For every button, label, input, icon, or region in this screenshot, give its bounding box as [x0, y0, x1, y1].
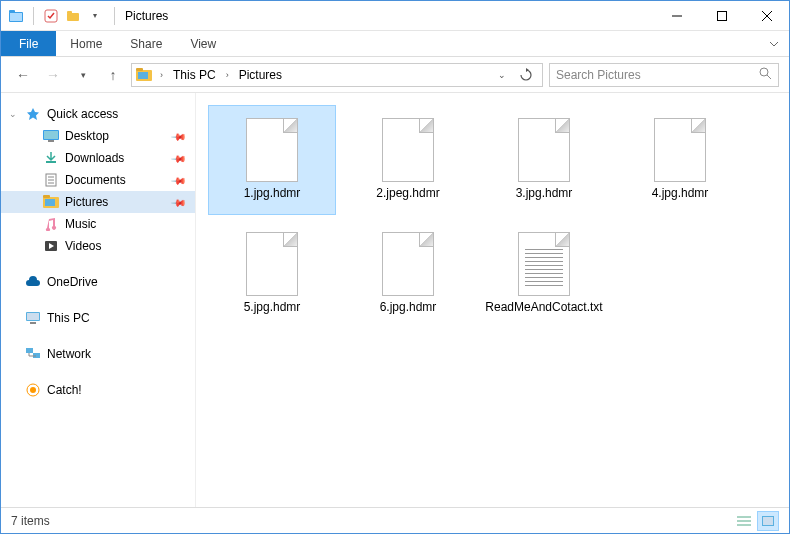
sidebar-quick-access[interactable]: ⌄ Quick access	[1, 103, 195, 125]
sidebar-item-label: OneDrive	[47, 275, 98, 289]
file-name-label: 1.jpg.hdmr	[240, 186, 305, 201]
sidebar-item-label: Downloads	[65, 151, 124, 165]
maximize-button[interactable]	[699, 1, 744, 30]
blank-file-icon	[516, 114, 572, 182]
file-name-label: 2.jpeg.hdmr	[372, 186, 443, 201]
breadcrumb-this-pc[interactable]: This PC	[171, 68, 218, 82]
title-bar: ▾ Pictures	[1, 1, 789, 31]
svg-rect-28	[27, 313, 39, 320]
music-icon	[43, 216, 59, 232]
ribbon-expand-icon[interactable]	[759, 31, 789, 56]
minimize-button[interactable]	[654, 1, 699, 30]
network-icon	[25, 346, 41, 362]
file-name-label: ReadMeAndCotact.txt	[481, 300, 606, 315]
sidebar-item-pictures[interactable]: Pictures📌	[1, 191, 195, 213]
cloud-icon	[25, 274, 41, 290]
sidebar-item-videos[interactable]: Videos	[1, 235, 195, 257]
sidebar-item-desktop[interactable]: Desktop📌	[1, 125, 195, 147]
file-item[interactable]: ReadMeAndCotact.txt	[480, 219, 608, 329]
folder-icon	[7, 7, 25, 25]
sidebar-catch[interactable]: Catch!	[1, 379, 195, 401]
svg-point-35	[30, 387, 36, 393]
blank-file-icon	[380, 114, 436, 182]
pictures-icon	[136, 67, 152, 83]
file-name-label: 6.jpg.hdmr	[376, 300, 441, 315]
sidebar-item-documents[interactable]: Documents📌	[1, 169, 195, 191]
search-placeholder: Search Pictures	[556, 68, 758, 82]
file-item[interactable]: 5.jpg.hdmr	[208, 219, 336, 329]
sidebar-item-downloads[interactable]: Downloads📌	[1, 147, 195, 169]
blank-file-icon	[380, 228, 436, 296]
tab-view[interactable]: View	[176, 31, 230, 56]
pin-icon: 📌	[171, 172, 187, 188]
svg-rect-24	[43, 195, 50, 198]
pictures-icon	[43, 194, 59, 210]
file-item[interactable]: 2.jpeg.hdmr	[344, 105, 472, 215]
svg-rect-12	[138, 72, 148, 79]
star-icon	[25, 106, 41, 122]
quick-access-toolbar: ▾	[1, 7, 110, 25]
videos-icon	[43, 238, 59, 254]
sidebar-item-music[interactable]: Music	[1, 213, 195, 235]
svg-rect-11	[136, 68, 143, 71]
address-bar[interactable]: › This PC › Pictures ⌄	[131, 63, 543, 87]
documents-icon	[43, 172, 59, 188]
sidebar-network[interactable]: Network	[1, 343, 195, 365]
sidebar-item-label: Pictures	[65, 195, 108, 209]
tab-home[interactable]: Home	[56, 31, 116, 56]
search-icon	[758, 66, 772, 83]
file-item[interactable]: 4.jpg.hdmr	[616, 105, 744, 215]
chevron-down-icon[interactable]: ⌄	[9, 109, 17, 119]
file-tab[interactable]: File	[1, 31, 56, 56]
address-dropdown-icon[interactable]: ⌄	[494, 70, 510, 80]
sidebar-item-label: Videos	[65, 239, 101, 253]
separator	[33, 7, 34, 25]
svg-rect-16	[44, 131, 58, 139]
catch-icon	[25, 382, 41, 398]
file-item[interactable]: 6.jpg.hdmr	[344, 219, 472, 329]
sidebar-item-label: This PC	[47, 311, 90, 325]
svg-rect-40	[763, 517, 773, 525]
forward-button[interactable]: →	[41, 63, 65, 87]
breadcrumb-pictures[interactable]: Pictures	[237, 68, 284, 82]
new-folder-icon[interactable]	[64, 7, 82, 25]
refresh-button[interactable]	[514, 64, 538, 86]
svg-rect-30	[26, 348, 33, 353]
tab-share[interactable]: Share	[116, 31, 176, 56]
file-item[interactable]: 3.jpg.hdmr	[480, 105, 608, 215]
details-view-button[interactable]	[733, 511, 755, 531]
close-button[interactable]	[744, 1, 789, 30]
up-button[interactable]: ↑	[101, 63, 125, 87]
chevron-right-icon[interactable]: ›	[222, 70, 233, 80]
sidebar-this-pc[interactable]: This PC	[1, 307, 195, 329]
blank-file-icon	[652, 114, 708, 182]
svg-rect-17	[48, 140, 54, 142]
svg-rect-1	[9, 10, 15, 13]
back-button[interactable]: ←	[11, 63, 35, 87]
file-name-label: 5.jpg.hdmr	[240, 300, 305, 315]
chevron-right-icon[interactable]: ›	[156, 70, 167, 80]
svg-rect-2	[10, 13, 22, 21]
svg-line-14	[767, 75, 771, 79]
ribbon-tabs: File Home Share View	[1, 31, 789, 57]
qat-dropdown-icon[interactable]: ▾	[86, 7, 104, 25]
blank-file-icon	[244, 114, 300, 182]
svg-rect-29	[30, 322, 36, 324]
thumbnails-view-button[interactable]	[757, 511, 779, 531]
file-item[interactable]: 1.jpg.hdmr	[208, 105, 336, 215]
recent-dropdown-icon[interactable]: ▾	[71, 63, 95, 87]
sidebar-onedrive[interactable]: OneDrive	[1, 271, 195, 293]
explorer-window: ▾ Pictures File Home Share View ← → ▾ ↑ …	[0, 0, 790, 534]
blank-file-icon	[244, 228, 300, 296]
search-input[interactable]: Search Pictures	[549, 63, 779, 87]
svg-rect-5	[67, 11, 72, 14]
file-list[interactable]: 1.jpg.hdmr2.jpeg.hdmr3.jpg.hdmr4.jpg.hdm…	[196, 93, 789, 507]
status-bar: 7 items	[1, 507, 789, 533]
sidebar-item-label: Network	[47, 347, 91, 361]
separator	[114, 7, 115, 25]
sidebar-item-label: Desktop	[65, 129, 109, 143]
pin-icon: 📌	[171, 150, 187, 166]
sidebar-item-label: Catch!	[47, 383, 82, 397]
item-count: 7 items	[11, 514, 50, 528]
properties-icon[interactable]	[42, 7, 60, 25]
